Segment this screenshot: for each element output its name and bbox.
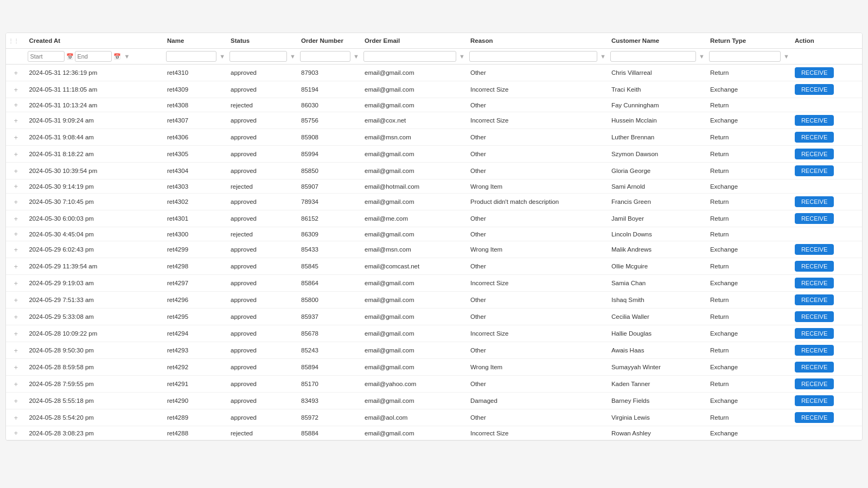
reason-filter-input[interactable] [469,51,597,62]
row-createdat: 2024-05-28 5:54:20 pm [25,409,164,426]
reason-filter-icon[interactable]: ▼ [600,53,606,60]
name-filter-input[interactable] [166,51,216,62]
receive-button[interactable]: RECEIVE [795,132,834,143]
row-expand-cell[interactable]: + [6,241,25,258]
receive-button[interactable]: RECEIVE [795,345,834,356]
row-expand-cell[interactable]: + [6,194,25,210]
row-expand-cell[interactable]: + [6,292,25,309]
row-returntype: Exchange [707,275,792,292]
orderemail-filter-input[interactable] [363,51,456,62]
row-name: ret4302 [164,194,227,210]
row-name: ret4297 [164,275,227,292]
receive-button[interactable]: RECEIVE [795,165,834,176]
ordernumber-filter-icon[interactable]: ▼ [353,53,359,60]
receive-button[interactable]: RECEIVE [795,294,834,305]
row-expand-cell[interactable]: + [6,81,25,98]
row-action-cell: RECEIVE [792,129,862,146]
receive-button[interactable]: RECEIVE [795,84,834,95]
date-start-input[interactable] [28,51,65,62]
row-expand-cell[interactable]: + [6,409,25,426]
row-name: ret4308 [164,98,227,112]
row-expand-cell[interactable]: + [6,163,25,179]
row-expand-cell[interactable]: + [6,309,25,325]
customername-filter-icon[interactable]: ▼ [699,53,705,60]
row-expand-cell[interactable]: + [6,426,25,440]
receive-button[interactable]: RECEIVE [795,213,834,224]
receive-button[interactable]: RECEIVE [795,395,834,406]
date-end-input[interactable] [75,51,112,62]
row-customername: Sumayyah Winter [608,359,707,376]
row-action-cell: RECEIVE [792,146,862,163]
row-expand-cell[interactable]: + [6,258,25,275]
row-expand-cell[interactable]: + [6,65,25,81]
receive-button[interactable]: RECEIVE [795,328,834,339]
table-row: +2024-05-29 7:51:33 amret4296approved858… [6,292,862,309]
returntype-filter-select[interactable]: Return Exchange [709,51,781,62]
table-row: +2024-05-31 10:13:24 amret4308rejected86… [6,98,862,112]
receive-button[interactable]: RECEIVE [795,115,834,126]
row-customername: Chris Villarreal [608,65,707,81]
row-createdat: 2024-05-28 7:59:55 pm [25,376,164,393]
receive-button[interactable]: RECEIVE [795,261,834,272]
table-row: +2024-05-30 9:14:19 pmret4303rejected859… [6,179,862,194]
row-expand-cell[interactable]: + [6,129,25,146]
row-expand-cell[interactable]: + [6,376,25,393]
table-row: +2024-05-31 8:18:22 amret4305approved859… [6,146,862,163]
row-customername: Francis Green [608,194,707,210]
returntype-filter-icon[interactable]: ▼ [783,53,789,60]
filter-reason-cell: ▼ [467,49,608,65]
receive-button[interactable]: RECEIVE [795,311,834,322]
row-customername: Awais Haas [608,342,707,359]
ordernumber-filter-input[interactable] [300,51,350,62]
filter-name-cell: ▼ [164,49,227,65]
drag-icon: ⋮⋮ [8,38,19,44]
name-filter-icon[interactable]: ▼ [219,53,225,60]
filter-action-cell [792,49,862,65]
row-status: approved [227,409,298,426]
row-returntype: Exchange [707,393,792,409]
row-reason: Wrong Item [467,179,608,194]
row-expand-cell[interactable]: + [6,227,25,241]
receive-button[interactable]: RECEIVE [795,378,834,389]
row-action-cell: RECEIVE [792,241,862,258]
receive-button[interactable]: RECEIVE [795,196,834,207]
customername-filter-input[interactable] [610,51,696,62]
row-expand-cell[interactable]: + [6,146,25,163]
row-status: approved [227,146,298,163]
receive-button[interactable]: RECEIVE [795,244,834,255]
row-expand-cell[interactable]: + [6,393,25,409]
col-orderemail-label: Order Email [365,37,400,44]
row-orderemail: email@aol.com [361,409,467,426]
row-createdat: 2024-05-29 5:33:08 am [25,309,164,325]
row-expand-cell[interactable]: + [6,210,25,227]
table-row: +2024-05-31 9:08:44 amret4306approved859… [6,129,862,146]
status-filter-icon[interactable]: ▼ [290,53,296,60]
row-reason: Other [467,163,608,179]
filter-ordernumber-cell: ▼ [298,49,361,65]
row-name: ret4299 [164,241,227,258]
orderemail-filter-icon[interactable]: ▼ [459,53,465,60]
receive-button[interactable]: RECEIVE [795,149,834,159]
row-expand-cell[interactable]: + [6,342,25,359]
row-expand-cell[interactable]: + [6,359,25,376]
row-createdat: 2024-05-30 10:39:54 pm [25,163,164,179]
row-expand-cell[interactable]: + [6,275,25,292]
row-orderemail: email@hotmail.com [361,179,467,194]
table-row: +2024-05-28 8:59:58 pmret4292approved858… [6,359,862,376]
receive-button[interactable]: RECEIVE [795,278,834,288]
date-filter-icon[interactable]: ▼ [124,53,130,60]
row-expand-cell[interactable]: + [6,98,25,112]
row-expand-cell[interactable]: + [6,179,25,194]
row-returntype: Exchange [707,179,792,194]
receive-button[interactable]: RECEIVE [795,67,834,78]
col-action-label: Action [795,37,814,44]
calendar-end-icon[interactable]: 📅 [113,53,121,60]
row-reason: Other [467,129,608,146]
receive-button[interactable]: RECEIVE [795,412,834,423]
receive-button[interactable]: RECEIVE [795,362,834,373]
row-reason: Other [467,98,608,112]
row-expand-cell[interactable]: + [6,112,25,129]
calendar-start-icon[interactable]: 📅 [66,53,74,60]
row-expand-cell[interactable]: + [6,325,25,342]
status-filter-select[interactable]: approved rejected [229,51,287,62]
